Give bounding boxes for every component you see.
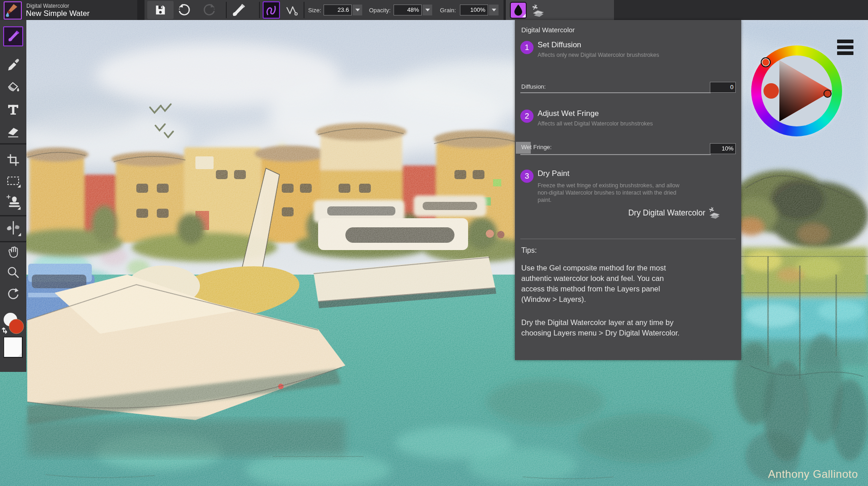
digital-watercolor-panel: Digital Watercolor 1 Set Diffusion Affec… — [515, 20, 741, 360]
tool-eraser[interactable] — [4, 122, 22, 140]
grain-input[interactable]: 100% — [460, 5, 488, 15]
tool-fill[interactable] — [4, 78, 22, 96]
chevron-down-icon — [425, 9, 430, 11]
diffusion-label: Diffusion: — [521, 83, 546, 90]
step-2-subtitle: Affects all wet Digital Watercolor brush… — [538, 120, 653, 127]
hue-selector-handle[interactable] — [761, 57, 771, 67]
sv-selector-handle[interactable] — [823, 90, 832, 98]
brush-preview-tile[interactable] — [4, 1, 22, 20]
wheel-menu-icon[interactable] — [837, 40, 853, 43]
tool-text[interactable] — [4, 100, 22, 119]
mirror-paint-icon — [5, 220, 22, 237]
opacity-dropdown-button[interactable] — [423, 5, 432, 15]
app-window: Anthony Gallinoto — [0, 0, 868, 486]
diffusion-value[interactable]: 0 — [710, 82, 736, 93]
opacity-label: Opacity: — [369, 7, 391, 14]
hand-icon — [5, 245, 21, 261]
tool-zoom[interactable] — [4, 263, 22, 281]
step-2-title: Adjust Wet Fringe — [538, 109, 599, 118]
size-input[interactable]: 23.6 — [324, 5, 352, 15]
color-well[interactable] — [0, 311, 26, 337]
watercolor-dry-button[interactable] — [531, 4, 545, 19]
panel-divider — [520, 239, 736, 239]
eyedropper-icon — [5, 58, 21, 73]
rotate-icon — [5, 287, 21, 302]
size-label: Size: — [308, 7, 321, 14]
step-3-subtitle: Freeze the wet fringe of existing brushs… — [538, 182, 689, 204]
wet-fringe-label: Wet Fringe: — [521, 144, 552, 150]
wheel-menu-icon[interactable] — [837, 45, 853, 49]
tool-mirror-paint[interactable] — [4, 219, 22, 237]
step-2-badge: 2 — [520, 110, 534, 123]
clone-stamp-icon — [5, 194, 21, 210]
brush-info-box[interactable]: Digital Watercolor New Simple Water — [0, 0, 137, 20]
diffusion-slider[interactable] — [520, 92, 711, 93]
water-droplet-icon — [511, 3, 526, 18]
paintbrush-icon — [230, 2, 246, 19]
step-1-subtitle: Affects only new Digital Watercolor brus… — [538, 51, 659, 59]
tool-pan-hand[interactable] — [4, 244, 22, 262]
watercolor-brush-icon — [5, 2, 19, 17]
grain-label: Grain: — [440, 7, 456, 14]
tool-brush[interactable] — [3, 26, 23, 46]
color-well-swatches — [0, 311, 26, 337]
marquee-select-icon — [5, 173, 21, 189]
tool-crop[interactable] — [4, 151, 22, 169]
tips-paragraph-1: Use the Gel composite method for the mos… — [521, 263, 683, 305]
tool-sidebar — [0, 20, 26, 372]
opacity-input[interactable]: 48% — [394, 5, 422, 15]
step-1-badge: 1 — [520, 41, 534, 54]
chevron-down-icon — [355, 9, 360, 11]
dry-digital-watercolor-button[interactable]: Dry Digital Watercolor — [628, 206, 721, 219]
size-dropdown-button[interactable] — [353, 5, 362, 15]
tool-rotate-canvas[interactable] — [4, 286, 22, 304]
tool-eyedropper[interactable] — [4, 56, 22, 75]
paint-bucket-icon — [5, 80, 21, 95]
magnifier-icon — [5, 265, 21, 280]
tips-title: Tips: — [521, 246, 537, 255]
freehand-stroke-icon — [264, 2, 279, 18]
brush-icon — [6, 29, 20, 44]
paper-texture-swatch[interactable] — [4, 337, 23, 358]
watercolor-wet-button[interactable] — [510, 2, 527, 19]
brush-selector-button[interactable] — [230, 2, 246, 20]
dry-paint-icon — [708, 206, 721, 219]
step-1-title: Set Diffusion — [538, 40, 581, 50]
wheel-menu-icon[interactable] — [837, 51, 853, 55]
step-3-badge: 3 — [520, 170, 534, 183]
wet-fringe-value[interactable]: 10% — [710, 143, 736, 154]
grain-dropdown-button[interactable] — [489, 5, 499, 15]
stroke-freehand-button[interactable] — [263, 1, 280, 19]
brush-category-label: Digital Watercolor — [26, 3, 69, 9]
crop-icon — [5, 152, 21, 168]
redo-button[interactable] — [203, 3, 216, 19]
undo-button[interactable] — [177, 3, 191, 19]
save-icon — [155, 4, 166, 16]
save-button[interactable] — [147, 1, 174, 19]
redo-icon — [203, 3, 216, 17]
text-icon — [5, 102, 21, 117]
current-color-swatch — [763, 83, 779, 99]
eraser-icon — [5, 124, 21, 139]
artist-signature: Anthony Gallinoto — [745, 468, 858, 481]
tool-clone-stamp[interactable] — [4, 193, 22, 211]
brush-name-label: New Simple Water — [26, 9, 90, 18]
chevron-down-icon — [492, 9, 496, 11]
line-stroke-icon — [284, 3, 298, 17]
dry-button-label: Dry Digital Watercolor — [628, 208, 705, 218]
step-3-title: Dry Paint — [538, 169, 569, 178]
top-toolbar: Digital Watercolor New Simple Water — [0, 0, 868, 20]
tool-rect-select[interactable] — [4, 172, 22, 190]
panel-title: Digital Watercolor — [521, 26, 575, 34]
wet-fringe-slider[interactable] — [520, 154, 711, 155]
dry-paint-icon — [531, 4, 545, 17]
tips-paragraph-2: Dry the Digital Watercolor layer at any … — [521, 317, 683, 338]
stroke-line-button[interactable] — [284, 3, 298, 19]
undo-icon — [177, 3, 191, 17]
paper-texture-icon — [4, 337, 22, 357]
